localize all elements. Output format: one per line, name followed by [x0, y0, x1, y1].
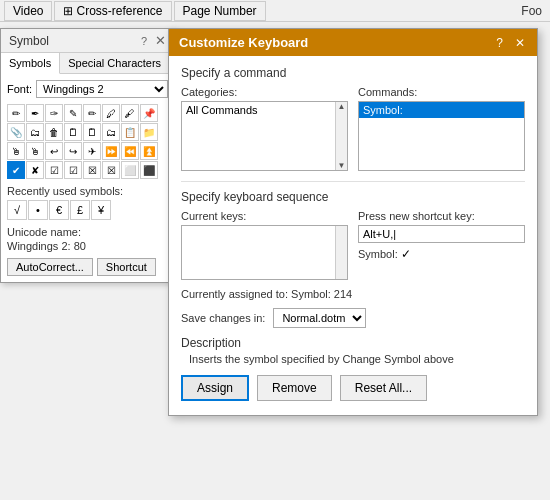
symbols-grid: ✏ ✒ ✑ ✎ ✏ 🖊 🖋 📌 📎 🗂 🗑 🗒 🗒 🗂 📋 📁 🖱 🖱 ↩ ↪ … [7, 104, 168, 179]
sym-cell[interactable]: ↩ [45, 142, 63, 160]
kb-help-button[interactable]: ? [494, 36, 505, 50]
shortcut-sub-label: Symbol: [358, 248, 398, 260]
categories-scrollbar[interactable]: ▲ ▼ [335, 102, 347, 170]
kb-title-actions: ? ✕ [494, 36, 527, 50]
action-buttons: Assign Remove Reset All... [181, 375, 525, 405]
scroll-up-icon[interactable]: ▲ [338, 102, 346, 111]
symbol-title: Symbol [9, 34, 49, 48]
sym-cell[interactable]: ⬜ [121, 161, 139, 179]
commands-col: Commands: Symbol: [358, 86, 525, 171]
unicode-name-label: Unicode name: [7, 226, 168, 238]
sym-cell[interactable]: ✏ [7, 104, 25, 122]
assign-button[interactable]: Assign [181, 375, 249, 401]
save-changes-row: Save changes in: Normal.dotm [181, 308, 525, 328]
recent-cell[interactable]: √ [7, 200, 27, 220]
sym-cell[interactable]: ✎ [64, 104, 82, 122]
description-label: Description [181, 336, 525, 350]
recent-cell[interactable]: € [49, 200, 69, 220]
sym-cell[interactable]: 🗂 [26, 123, 44, 141]
specify-cmd-columns: Categories: All Commands ▲ ▼ Commands: S… [181, 86, 525, 171]
symbol-dialog: Symbol ? ✕ Symbols Special Characters Fo… [0, 28, 175, 283]
recently-used-label: Recently used symbols: [7, 185, 168, 197]
customize-keyboard-dialog: Customize Keyboard ? ✕ Specify a command… [168, 28, 538, 416]
sym-cell[interactable]: 🗒 [83, 123, 101, 141]
sym-cell[interactable]: 🖋 [121, 104, 139, 122]
current-keys-box[interactable] [181, 225, 348, 280]
symbol-close-icon[interactable]: ✕ [155, 33, 166, 48]
sym-cell[interactable]: 📁 [140, 123, 158, 141]
symbol-help-icon[interactable]: ? [141, 35, 147, 47]
categories-col: Categories: All Commands ▲ ▼ [181, 86, 348, 171]
sym-cell[interactable]: ✘ [26, 161, 44, 179]
reset-all-button[interactable]: Reset All... [340, 375, 427, 401]
commands-list-item-selected[interactable]: Symbol: [359, 102, 524, 118]
sym-cell[interactable]: 📋 [121, 123, 139, 141]
sym-cell[interactable]: ✈ [83, 142, 101, 160]
sym-cell[interactable]: ☑ [45, 161, 63, 179]
foo-label: Foo [521, 4, 546, 18]
commands-listbox[interactable]: Symbol: [358, 101, 525, 171]
shortcut-input[interactable] [358, 225, 525, 243]
symbol-tabs: Symbols Special Characters [1, 53, 174, 74]
description-section: Description Inserts the symbol specified… [181, 336, 525, 365]
current-keys-label: Current keys: [181, 210, 348, 222]
categories-label: Categories: [181, 86, 348, 98]
sym-cell[interactable]: 🗂 [102, 123, 120, 141]
scroll-down-icon[interactable]: ▼ [338, 161, 346, 170]
tab-symbols[interactable]: Symbols [1, 53, 60, 74]
symbol-body: Font: Wingdings 2 ✏ ✒ ✑ ✎ ✏ 🖊 🖋 📌 📎 🗂 🗑 … [1, 74, 174, 282]
sym-cell[interactable]: 🗒 [64, 123, 82, 141]
recent-cell[interactable]: £ [70, 200, 90, 220]
sym-cell[interactable]: ✏ [83, 104, 101, 122]
sym-cell[interactable]: ☑ [64, 161, 82, 179]
press-shortcut-label: Press new shortcut key: [358, 210, 525, 222]
sym-cell[interactable]: 📌 [140, 104, 158, 122]
tab-special-characters[interactable]: Special Characters [60, 53, 170, 73]
separator [181, 181, 525, 182]
save-changes-select[interactable]: Normal.dotm [273, 308, 366, 328]
font-select[interactable]: Wingdings 2 [36, 80, 168, 98]
sym-cell[interactable]: ⏪ [121, 142, 139, 160]
sym-cell[interactable]: 🖱 [26, 142, 44, 160]
current-keys-scrollbar [335, 226, 347, 279]
unicode-value: Wingdings 2: 80 [7, 240, 168, 252]
sym-cell[interactable]: 🗑 [45, 123, 63, 141]
recent-cell[interactable]: ¥ [91, 200, 111, 220]
assigned-to-row: Currently assigned to: Symbol: 214 [181, 288, 525, 300]
shortcut-col: Press new shortcut key: Symbol: ✓ [358, 210, 525, 280]
sym-cell[interactable]: ☒ [102, 161, 120, 179]
sym-cell[interactable]: ↪ [64, 142, 82, 160]
sym-cell-selected[interactable]: ✔ [7, 161, 25, 179]
sym-cell[interactable]: ⬛ [140, 161, 158, 179]
kb-titlebar: Customize Keyboard ? ✕ [169, 29, 537, 56]
current-keys-col: Current keys: [181, 210, 348, 280]
sym-cell[interactable]: ✒ [26, 104, 44, 122]
sym-cell[interactable]: 🖱 [7, 142, 25, 160]
sym-cell[interactable]: ✑ [45, 104, 63, 122]
remove-button[interactable]: Remove [257, 375, 332, 401]
shortcut-button[interactable]: Shortcut [97, 258, 156, 276]
commands-label: Commands: [358, 86, 525, 98]
font-label: Font: [7, 83, 32, 95]
cross-reference-btn[interactable]: ⊞ Cross-reference [54, 1, 171, 21]
sym-cell[interactable]: ⏩ [102, 142, 120, 160]
categories-listbox[interactable]: All Commands ▲ ▼ [181, 101, 348, 171]
page-number-label: Page Number [183, 4, 257, 18]
kb-body: Specify a command Categories: All Comman… [169, 56, 537, 415]
recent-cell[interactable]: • [28, 200, 48, 220]
save-changes-label: Save changes in: [181, 312, 265, 324]
sym-cell[interactable]: 🖊 [102, 104, 120, 122]
page-number-btn[interactable]: Page Number [174, 1, 266, 21]
sym-cell[interactable]: ⏫ [140, 142, 158, 160]
sym-cell[interactable]: 📎 [7, 123, 25, 141]
font-row: Font: Wingdings 2 [7, 80, 168, 98]
kb-close-button[interactable]: ✕ [513, 36, 527, 50]
categories-list-item[interactable]: All Commands [182, 102, 347, 118]
video-label: Video [13, 4, 43, 18]
sym-cell[interactable]: ☒ [83, 161, 101, 179]
specify-cmd-label: Specify a command [181, 66, 525, 80]
cross-ref-label: Cross-reference [76, 4, 162, 18]
video-tab[interactable]: Video [4, 1, 52, 21]
autocorrect-button[interactable]: AutoCorrect... [7, 258, 93, 276]
shortcut-sub-value: ✓ [401, 247, 411, 261]
